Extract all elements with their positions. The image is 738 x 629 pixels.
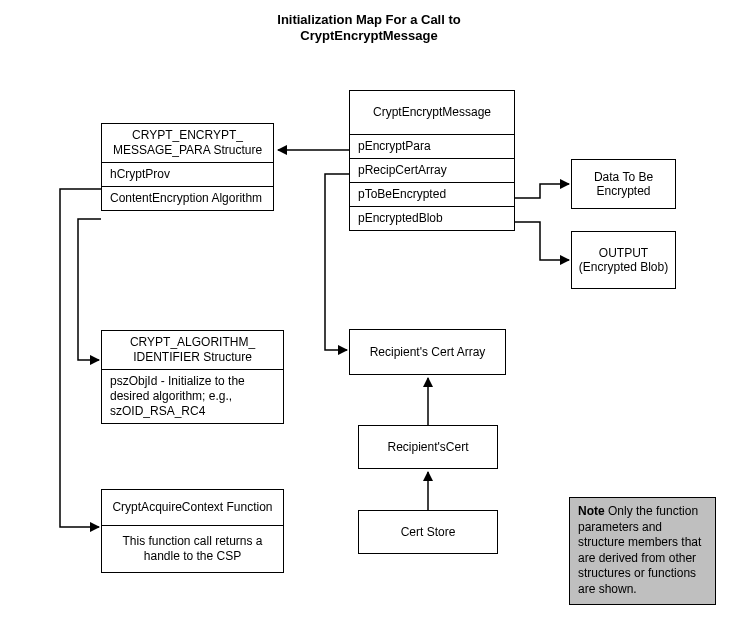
box-cert-store: Cert Store	[358, 510, 498, 554]
box-recipient-cert-array: Recipient's Cert Array	[349, 329, 506, 375]
cem-ptobeencrypted: pToBeEncrypted	[350, 183, 514, 207]
box-output-blob: OUTPUT (Encrypted Blob)	[571, 231, 676, 289]
note-box: Note Only the function parameters and st…	[569, 497, 716, 605]
title-line2: CryptEncryptMessage	[300, 28, 437, 43]
acquire-ctx-desc: This function call returns a handle to t…	[102, 526, 283, 572]
alg-id-pszobjid: pszObjId - Initialize to the desired alg…	[102, 370, 283, 423]
encrypt-para-hcryptprov: hCryptProv	[102, 163, 273, 187]
box-acquire-context: CryptAcquireContext Function This functi…	[101, 489, 284, 573]
cem-header: CryptEncryptMessage	[350, 91, 514, 135]
title-line1: Initialization Map For a Call to	[277, 12, 460, 27]
box-recipient-cert: Recipient'sCert	[358, 425, 498, 469]
cem-precipcertarray: pRecipCertArray	[350, 159, 514, 183]
box-algorithm-identifier: CRYPT_ALGORITHM_ IDENTIFIER Structure ps…	[101, 330, 284, 424]
recipient-cert-label: Recipient'sCert	[388, 440, 469, 454]
output-blob-label: OUTPUT (Encrypted Blob)	[578, 246, 669, 274]
note-bold: Note	[578, 504, 605, 518]
box-data-to-encrypt: Data To Be Encrypted	[571, 159, 676, 209]
data-to-encrypt-label: Data To Be Encrypted	[578, 170, 669, 198]
recipient-array-label: Recipient's Cert Array	[370, 345, 486, 359]
cem-pencryptpara: pEncryptPara	[350, 135, 514, 159]
acquire-ctx-header: CryptAcquireContext Function	[102, 490, 283, 526]
alg-id-header: CRYPT_ALGORITHM_ IDENTIFIER Structure	[102, 331, 283, 370]
cert-store-label: Cert Store	[401, 525, 456, 539]
cem-pencryptedblob: pEncryptedBlob	[350, 207, 514, 230]
box-crypt-encrypt-message: CryptEncryptMessage pEncryptPara pRecipC…	[349, 90, 515, 231]
encrypt-para-content-alg: ContentEncryption Algorithm	[102, 187, 273, 210]
encrypt-para-header: CRYPT_ENCRYPT_ MESSAGE_PARA Structure	[102, 124, 273, 163]
page-title: Initialization Map For a Call to CryptEn…	[0, 12, 738, 43]
box-encrypt-para: CRYPT_ENCRYPT_ MESSAGE_PARA Structure hC…	[101, 123, 274, 211]
